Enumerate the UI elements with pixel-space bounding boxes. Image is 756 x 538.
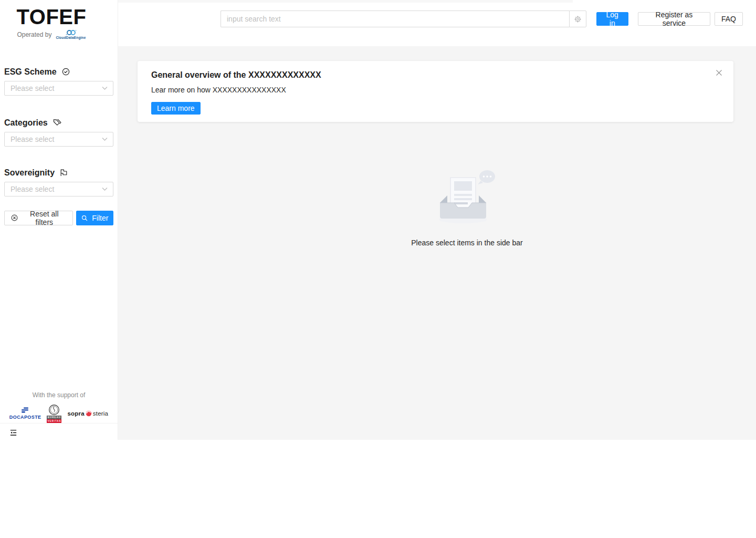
sovereignity-select-placeholder: Please select <box>10 185 54 193</box>
sidebar-collapse-trigger[interactable] <box>8 428 18 438</box>
reset-all-filters-label: Reset all filters <box>22 210 67 226</box>
bureau-veritas-line2: VERITAS <box>47 419 61 423</box>
sidebar-footer: With the support of DOCAPOSTE <box>0 391 118 423</box>
alert-description: Lear more on how XXXXXXXXXXXXXXX <box>151 86 720 94</box>
operated-by-label: Operated by <box>17 31 51 38</box>
sovereignity-select[interactable]: Please select <box>4 182 113 196</box>
close-circle-icon <box>10 214 18 222</box>
steria-text: steria <box>93 410 108 417</box>
filter-button[interactable]: Filter <box>76 211 113 225</box>
support-logos: DOCAPOSTE BUREAU VERITAS sopra <box>0 404 118 423</box>
logo-block: TOFEF Operated by CloudDataEngine <box>0 0 103 40</box>
top-strip <box>118 0 573 3</box>
empty-state-message: Please select items in the side bar <box>411 239 522 247</box>
support-label: With the support of <box>0 391 118 399</box>
learn-more-button[interactable]: Learn more <box>151 102 201 115</box>
app-window: TOFEF Operated by CloudDataEngine ESG Sc… <box>0 0 756 440</box>
categories-select-placeholder: Please select <box>10 135 54 143</box>
bureau-veritas-logo: BUREAU VERITAS <box>47 404 61 423</box>
app-logo: TOFEF <box>0 5 103 28</box>
categories-label-row: Categories <box>4 118 113 128</box>
cloud-data-engine-logo: CloudDataEngine <box>56 29 86 40</box>
filter-button-label: Filter <box>92 214 108 222</box>
filter-actions: Reset all filters Filter <box>4 211 113 225</box>
empty-state: Please select items in the side bar <box>118 168 756 247</box>
main-content: Log in Register as service FAQ General o… <box>118 0 756 440</box>
alert-title: General overview of the XXXXXXXXXXXXX <box>151 70 720 80</box>
search-input[interactable] <box>220 11 569 27</box>
categories-select[interactable]: Please select <box>4 132 113 147</box>
faq-button[interactable]: FAQ <box>715 12 743 26</box>
gear-icon <box>574 15 582 23</box>
close-icon <box>716 69 722 76</box>
sidebar-divider <box>0 423 118 423</box>
top-bar: Log in Register as service FAQ <box>118 0 756 46</box>
operated-by-row: Operated by CloudDataEngine <box>0 29 103 40</box>
sidebar: TOFEF Operated by CloudDataEngine ESG Sc… <box>0 0 118 440</box>
reset-all-filters-button[interactable]: Reset all filters <box>4 211 73 225</box>
sopra-text: sopra <box>67 410 84 417</box>
search-settings-button[interactable] <box>569 11 586 27</box>
log-in-button[interactable]: Log in <box>596 12 628 26</box>
check-circle-icon <box>61 67 70 76</box>
cloud-data-engine-name: CloudDataEngine <box>56 36 86 40</box>
tags-icon <box>52 118 61 127</box>
bureau-veritas-seal-icon <box>48 404 60 416</box>
esg-scheme-select[interactable]: Please select <box>4 81 113 96</box>
categories-label: Categories <box>4 118 48 128</box>
sopra-steria-swirl-icon <box>86 410 92 417</box>
filters-panel: ESG Scheme Please select Categories <box>0 67 118 225</box>
alert-close-button[interactable] <box>715 68 723 77</box>
esg-scheme-label: ESG Scheme <box>4 67 57 77</box>
sopra-steria-logo: sopra steria <box>67 410 108 417</box>
search-icon <box>81 214 88 222</box>
sovereignity-label-row: Sovereignity <box>4 168 113 178</box>
header-buttons: Log in Register as service FAQ <box>596 12 743 26</box>
docaposte-icon <box>19 407 32 413</box>
docaposte-name: DOCAPOSTE <box>9 415 41 420</box>
chevron-down-icon <box>102 137 108 141</box>
chevron-down-icon <box>102 187 108 191</box>
chevron-down-icon <box>102 86 108 90</box>
sovereignity-label: Sovereignity <box>4 168 55 178</box>
esg-scheme-label-row: ESG Scheme <box>4 67 113 77</box>
flag-icon <box>59 168 68 177</box>
overview-alert-card: General overview of the XXXXXXXXXXXXX Le… <box>138 61 733 122</box>
esg-scheme-select-placeholder: Please select <box>10 84 54 92</box>
empty-inbox-illustration <box>433 168 502 225</box>
docaposte-logo: DOCAPOSTE <box>9 407 41 420</box>
bureau-veritas-line1: BUREAU <box>47 416 61 419</box>
search-group <box>220 11 586 27</box>
register-as-service-button[interactable]: Register as service <box>638 12 710 26</box>
menu-fold-icon <box>9 429 17 437</box>
